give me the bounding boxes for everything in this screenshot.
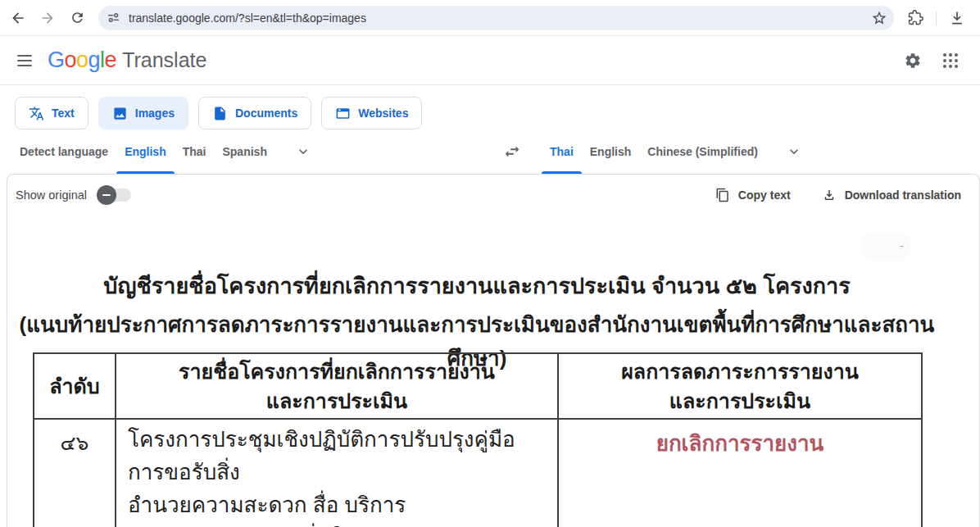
source-language-tabs: Detect language English Thai Spanish [11, 129, 320, 174]
copy-icon [715, 188, 730, 202]
header-project-line1: รายชื่อโครงการที่ยกเลิกการรายงาน [116, 357, 557, 386]
toggle-switch-off[interactable] [97, 185, 131, 205]
more-target-languages-button[interactable] [778, 129, 810, 174]
copy-text-button[interactable]: Copy text [715, 188, 791, 202]
target-lang-chinese[interactable]: Chinese (Simplified) [639, 129, 766, 174]
header-cell-project: รายชื่อโครงการที่ยกเลิกการรายงาน และการป… [116, 353, 558, 419]
more-source-languages-button[interactable] [287, 129, 320, 174]
refresh-icon [70, 10, 85, 25]
apps-grid-icon [943, 53, 958, 68]
tab-websites[interactable]: Websites [321, 97, 422, 129]
chevron-down-icon [786, 143, 802, 160]
source-lang-thai[interactable]: Thai [175, 129, 215, 174]
address-bar[interactable]: translate.google.com/?sl=en&tl=th&op=ima… [98, 6, 894, 30]
table-row: ๔๖ โครงการประชุมเชิงปฏิบัติการปรับปรุงคู… [34, 419, 922, 527]
mode-tabs: Text Images Documents Websites [15, 97, 980, 129]
swap-languages-button[interactable] [494, 129, 530, 174]
source-lang-detect[interactable]: Detect language [11, 129, 116, 174]
row-number-cell: ๔๖ [34, 419, 116, 527]
project-line2: อำนวยความสะดวก สื่อ บริการ [128, 488, 546, 521]
target-language-tabs: Thai English Chinese (Simplified) [494, 129, 810, 174]
minus-icon [102, 194, 111, 196]
language-bar: Detect language English Thai Spanish Tha… [0, 129, 980, 174]
translated-image-view: - บัญชีรายชื่อโครงการที่ยกเลิกการรายงานแ… [7, 216, 979, 527]
swap-arrows-icon [503, 143, 521, 161]
logo-letter: o [76, 48, 88, 73]
header-project-line2: และการประเมิน [116, 386, 557, 416]
download-translation-label: Download translation [845, 189, 961, 202]
logo-letter: o [65, 48, 77, 73]
show-original-label: Show original [16, 189, 87, 202]
source-lang-spanish[interactable]: Spanish [214, 129, 274, 174]
header-cell-no: ลำดับ [34, 353, 116, 419]
forward-arrow-icon [39, 10, 56, 26]
document-table: ลำดับ รายชื่อโครงการที่ยกเลิกการรายงาน แ… [33, 352, 923, 527]
table-header-row: ลำดับ รายชื่อโครงการที่ยกเลิกการรายงาน แ… [34, 353, 922, 419]
show-original-toggle[interactable]: Show original [16, 185, 131, 205]
site-settings-icon[interactable] [107, 11, 120, 25]
row-result-cell: ยกเลิกการรายงาน [558, 419, 922, 527]
row-project-cell: โครงการประชุมเชิงปฏิบัติการปรับปรุงคู่มื… [116, 419, 558, 527]
gear-icon [904, 52, 922, 70]
header-cell-result: ผลการลดภาระการรายงาน และการประเมิน [558, 353, 922, 419]
settings-button[interactable] [896, 44, 929, 77]
toolbar-divider [936, 11, 937, 25]
document-title-line1: บัญชีรายชื่อโครงการที่ยกเลิกการรายงานและ… [7, 268, 946, 303]
source-lang-english[interactable]: English [116, 129, 175, 174]
target-lang-thai[interactable]: Thai [542, 129, 582, 174]
tab-label: Documents [235, 107, 297, 120]
download-tray-icon [949, 10, 965, 26]
url-text[interactable]: translate.google.com/?sl=en&tl=th&op=ima… [129, 11, 871, 25]
tab-label: Text [52, 107, 75, 120]
forward-button[interactable] [34, 5, 61, 31]
extensions-button[interactable] [902, 5, 928, 31]
image-icon [112, 106, 128, 121]
header-result-line2: และการประเมิน [559, 386, 921, 416]
back-button[interactable] [5, 5, 31, 31]
project-line3: และความช่วยเหลืออื่นใดทางการศึกษา [128, 521, 546, 527]
google-apps-button[interactable] [934, 44, 967, 77]
app-header: G o o g l e Translate [0, 36, 980, 85]
downloads-button[interactable] [944, 5, 970, 31]
download-icon [822, 188, 837, 202]
faint-artifact: - [866, 237, 907, 257]
toggle-knob [97, 185, 116, 205]
website-icon [335, 106, 351, 121]
product-name: Translate [122, 48, 206, 72]
download-translation-button[interactable]: Download translation [822, 188, 961, 202]
tab-text[interactable]: Text [15, 97, 88, 129]
project-line1: โครงการประชุมเชิงปฏิบัติการปรับปรุงคู่มื… [128, 423, 546, 488]
tab-documents[interactable]: Documents [198, 97, 311, 129]
translate-icon [29, 106, 44, 121]
header-result-line1: ผลการลดภาระการรายงาน [559, 357, 921, 386]
google-translate-logo[interactable]: G o o g l e Translate [48, 48, 206, 73]
tab-label: Websites [358, 107, 408, 120]
back-arrow-icon [10, 10, 26, 26]
extensions-puzzle-icon [908, 10, 923, 25]
logo-letter: e [105, 48, 117, 73]
tab-label: Images [135, 107, 175, 120]
document-icon [212, 106, 228, 121]
logo-letter: g [88, 48, 101, 73]
refresh-button[interactable] [64, 5, 90, 31]
copy-text-label: Copy text [738, 189, 791, 202]
target-lang-english[interactable]: English [582, 129, 640, 174]
main-menu-button[interactable] [8, 44, 41, 77]
tab-images[interactable]: Images [98, 97, 188, 129]
browser-toolbar: translate.google.com/?sl=en&tl=th&op=ima… [0, 0, 980, 36]
bookmark-star-icon[interactable] [871, 10, 887, 26]
chevron-down-icon [295, 143, 311, 160]
result-toolbar: Show original Copy text Download transla… [7, 175, 979, 216]
translation-result-card: Show original Copy text Download transla… [7, 174, 980, 527]
logo-letter: G [48, 48, 65, 73]
